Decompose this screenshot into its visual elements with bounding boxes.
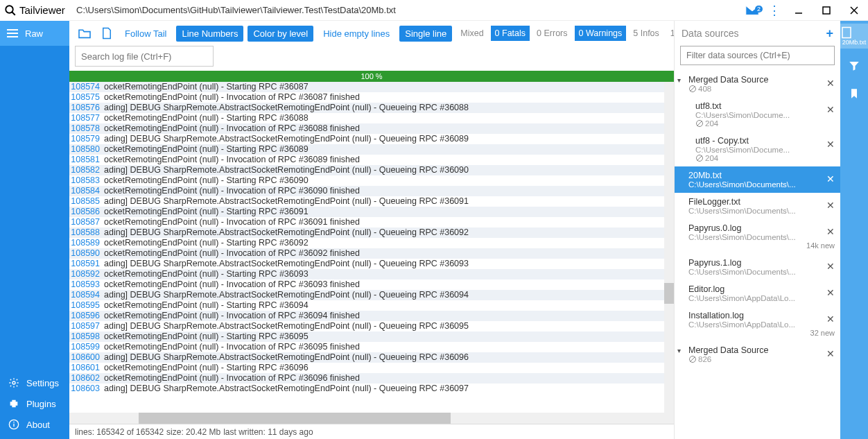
remove-data-source-button[interactable]: ✕	[826, 104, 835, 115]
remove-data-source-button[interactable]: ✕	[826, 200, 835, 211]
add-data-source-button[interactable]: +	[826, 26, 833, 41]
sidebar-item-about[interactable]: About	[0, 414, 69, 435]
log-line[interactable]: 108600ading] DEBUG SharpRemote.AbstractS…	[69, 352, 674, 363]
log-line[interactable]: 108584ocketRemotingEndPoint (null) - Inv…	[69, 186, 674, 196]
data-source-item[interactable]: 20Mb.txtC:\Users\Simon\Documents\...✕	[675, 166, 840, 193]
data-source-item[interactable]: Editor.logC:\Users\Simon\AppData\Lo...✕	[675, 280, 840, 307]
data-source-item[interactable]: ▾Merged Data Source 408✕	[675, 71, 840, 97]
log-line[interactable]: 108581ocketRemotingEndPoint (null) - Inv…	[69, 155, 674, 165]
log-line[interactable]: 108580ocketRemotingEndPoint (null) - Sta…	[69, 144, 674, 155]
remove-data-source-button[interactable]: ✕	[826, 139, 835, 150]
chevron-down-icon[interactable]: ▾	[677, 347, 681, 354]
close-button[interactable]	[840, 0, 868, 21]
log-line[interactable]: 108578ocketRemotingEndPoint (null) - Inv…	[69, 123, 674, 134]
stat-errors[interactable]: 0 Errors	[532, 26, 571, 41]
filter-data-sources-input[interactable]	[680, 46, 835, 65]
menu-button[interactable]: ⋮	[764, 3, 785, 18]
search-input[interactable]	[75, 46, 214, 67]
minimize-button[interactable]	[785, 0, 813, 21]
svg-point-12	[13, 422, 15, 423]
maximize-button[interactable]	[813, 0, 840, 21]
stat-mixed[interactable]: Mixed	[456, 26, 487, 41]
log-line[interactable]: 108589ocketRemotingEndPoint (null) - Sta…	[69, 238, 674, 248]
log-line[interactable]: 108602ocketRemotingEndPoint (null) - Inv…	[69, 373, 674, 384]
line-numbers-button[interactable]: Line Numbers	[176, 26, 243, 42]
line-number: 108578	[69, 123, 104, 134]
scrollbar-thumb[interactable]	[664, 283, 674, 304]
remove-data-source-button[interactable]: ✕	[826, 226, 835, 237]
log-line[interactable]: 108588ading] DEBUG SharpRemote.AbstractS…	[69, 227, 674, 238]
data-source-item[interactable]: FileLogger.txtC:\Users\Simon\Documents\.…	[675, 193, 840, 219]
data-source-item[interactable]: ▾Merged Data Source 826✕	[675, 341, 840, 368]
remove-data-source-button[interactable]: ✕	[826, 78, 835, 89]
new-file-button[interactable]	[98, 26, 115, 41]
follow-tail-button[interactable]: Follow Tail	[119, 26, 172, 42]
app-name: Tailviewer	[19, 4, 65, 16]
stat-infos[interactable]: 5 Infos	[629, 26, 663, 41]
line-text: ading] DEBUG SharpRemote.AbstractSocketR…	[104, 321, 469, 332]
log-line[interactable]: 108585ading] DEBUG SharpRemote.AbstractS…	[69, 196, 674, 207]
sidebar-item-plugins[interactable]: Plugins	[0, 393, 69, 414]
log-line[interactable]: 108595ocketRemotingEndPoint (null) - Sta…	[69, 300, 674, 311]
log-line[interactable]: 108586ocketRemotingEndPoint (null) - Sta…	[69, 207, 674, 217]
remove-data-source-button[interactable]: ✕	[826, 261, 835, 272]
log-line[interactable]: 108577ocketRemotingEndPoint (null) - Sta…	[69, 113, 674, 123]
log-line[interactable]: 108591ading] DEBUG SharpRemote.AbstractS…	[69, 259, 674, 269]
log-line[interactable]: 108596ocketRemotingEndPoint (null) - Inv…	[69, 311, 674, 321]
rail-tab-current[interactable]: 20Mb.txt	[840, 24, 868, 49]
rail-bookmark-button[interactable]	[849, 83, 860, 104]
notifications-button[interactable]: 2	[740, 4, 764, 17]
log-line[interactable]: 108582ading] DEBUG SharpRemote.AbstractS…	[69, 165, 674, 175]
main-content: Follow Tail Line Numbers Color by level …	[69, 21, 674, 439]
hide-empty-lines-button[interactable]: Hide empty lines	[318, 26, 395, 42]
svg-line-16	[697, 121, 702, 126]
log-line[interactable]: 108574ocketRemotingEndPoint (null) - Sta…	[69, 82, 674, 92]
color-by-level-button[interactable]: Color by level	[248, 26, 313, 42]
single-line-button[interactable]: Single line	[399, 26, 452, 42]
log-line[interactable]: 108594ading] DEBUG SharpRemote.AbstractS…	[69, 290, 674, 300]
data-source-item[interactable]: Papyrus.1.logC:\Users\Simon\Documents\..…	[675, 254, 840, 280]
sidebar-item-settings[interactable]: Settings	[0, 372, 69, 393]
data-source-item[interactable]: Papyrus.0.logC:\Users\Simon\Documents\..…	[675, 219, 840, 254]
data-source-item[interactable]: utf8 - Copy.txtC:\Users\Simon\Docume... …	[675, 132, 840, 166]
remove-data-source-button[interactable]: ✕	[826, 173, 835, 184]
line-text: ocketRemotingEndPoint (null) - Starting …	[104, 363, 309, 373]
remove-data-source-button[interactable]: ✕	[826, 287, 835, 298]
log-line[interactable]: 108583ocketRemotingEndPoint (null) - Sta…	[69, 175, 674, 186]
vertical-scrollbar[interactable]	[664, 82, 674, 413]
log-line[interactable]: 108575ocketRemotingEndPoint (null) - Inv…	[69, 92, 674, 103]
horizontal-scrollbar[interactable]	[69, 413, 674, 424]
bookmark-icon	[849, 87, 860, 100]
line-text: ocketRemotingEndPoint (null) - Starting …	[104, 82, 309, 92]
log-line[interactable]: 108598ocketRemotingEndPoint (null) - Sta…	[69, 332, 674, 342]
log-line[interactable]: 108603ading] DEBUG SharpRemote.AbstractS…	[69, 384, 674, 394]
log-line[interactable]: 108576ading] DEBUG SharpRemote.AbstractS…	[69, 103, 674, 113]
sidebar-item-raw[interactable]: Raw	[0, 21, 69, 46]
remove-data-source-button[interactable]: ✕	[826, 348, 835, 359]
data-source-path: C:\Users\Simon\Documents\...	[688, 207, 835, 215]
scrollbar-thumb[interactable]	[139, 413, 451, 424]
log-line[interactable]: 108579ading] DEBUG SharpRemote.AbstractS…	[69, 134, 674, 144]
log-line[interactable]: 108590ocketRemotingEndPoint (null) - Inv…	[69, 248, 674, 259]
data-source-item[interactable]: utf8.txtC:\Users\Simon\Docume... 204✕	[675, 97, 840, 132]
info-icon	[8, 419, 19, 430]
data-source-item[interactable]: Installation.logC:\Users\Simon\AppData\L…	[675, 307, 840, 341]
rail-filter-button[interactable]	[848, 55, 860, 76]
log-line[interactable]: 108593ocketRemotingEndPoint (null) - Inv…	[69, 279, 674, 290]
document-icon	[840, 26, 853, 39]
log-line[interactable]: 108601ocketRemotingEndPoint (null) - Sta…	[69, 363, 674, 373]
sidebar-about-label: About	[26, 420, 50, 430]
stat-fatals[interactable]: 0 Fatals	[491, 26, 530, 41]
log-line[interactable]: 108599ocketRemotingEndPoint (null) - Inv…	[69, 342, 674, 352]
magnify-icon	[4, 4, 17, 17]
log-view[interactable]: 108574ocketRemotingEndPoint (null) - Sta…	[69, 82, 674, 394]
line-text: ading] DEBUG SharpRemote.AbstractSocketR…	[104, 227, 469, 238]
log-line[interactable]: 108592ocketRemotingEndPoint (null) - Sta…	[69, 269, 674, 279]
log-line[interactable]: 108597ading] DEBUG SharpRemote.AbstractS…	[69, 321, 674, 332]
stat-warnings[interactable]: 0 Warnings	[575, 26, 627, 41]
log-line[interactable]: 108587ocketRemotingEndPoint (null) - Inv…	[69, 217, 674, 227]
remove-data-source-button[interactable]: ✕	[826, 313, 835, 325]
open-folder-button[interactable]	[75, 26, 94, 40]
line-text: ocketRemotingEndPoint (null) - Invocatio…	[104, 342, 360, 352]
chevron-down-icon[interactable]: ▾	[677, 76, 681, 84]
